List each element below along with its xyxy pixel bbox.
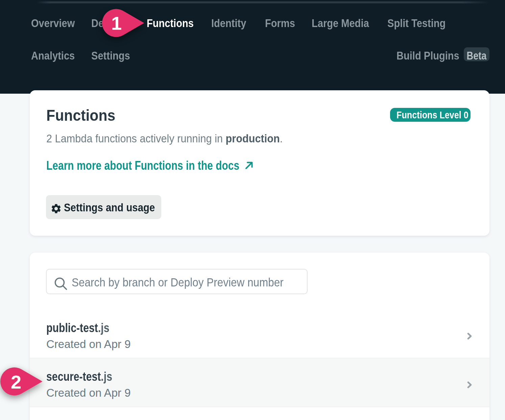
svg-text:1: 1	[111, 13, 122, 34]
svg-text:2: 2	[11, 371, 21, 393]
